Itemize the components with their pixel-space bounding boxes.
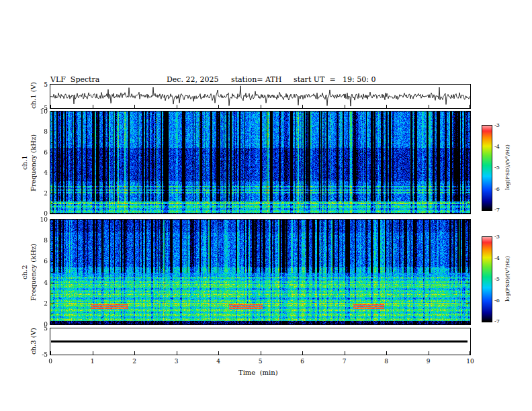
y-tick-label: 6 xyxy=(30,149,48,156)
tick-mark xyxy=(468,163,470,163)
tick-mark xyxy=(468,183,470,183)
tick-mark xyxy=(177,351,177,355)
x-tick-label: 0 xyxy=(40,358,60,365)
date-label: Dec. 22, 2025 xyxy=(167,75,218,84)
colorbar-tick-label: -4 xyxy=(494,144,500,150)
colorbar2-panel xyxy=(482,236,492,322)
x-tick-label: 8 xyxy=(376,358,396,365)
x-tick-label: 7 xyxy=(335,358,355,365)
colorbar2-canvas xyxy=(482,237,492,322)
x-tick-label: 3 xyxy=(167,358,187,365)
colorbar-tick-label: -7 xyxy=(494,318,500,324)
tick-mark xyxy=(51,261,54,262)
ch2-spectrogram-canvas xyxy=(50,220,470,324)
tick-mark xyxy=(51,214,54,214)
colorbar-tick-label: -3 xyxy=(494,234,500,240)
tick-mark xyxy=(51,314,53,314)
y-tick-label: 8 xyxy=(30,237,48,244)
colorbar-tick-label: -3 xyxy=(494,122,500,128)
tick-mark xyxy=(51,142,53,143)
station-label: station= ATH xyxy=(231,75,281,84)
tick-mark xyxy=(466,132,470,132)
y-tick-label: 10 xyxy=(30,108,48,115)
colorbar-tick-label: -6 xyxy=(494,298,500,304)
x-tick-label: 5 xyxy=(251,358,271,365)
ch3-flat-trace xyxy=(51,340,468,342)
vlf-spectra-figure: VLF Spectra Dec. 22, 2025 station= ATH s… xyxy=(0,0,532,411)
y-tick-label: 4 xyxy=(30,169,48,176)
y-tick-label: -5 xyxy=(30,351,48,358)
ch2-frequency-axis-label: Frequency (kHz) xyxy=(30,220,37,324)
tick-mark xyxy=(468,122,470,122)
tick-mark xyxy=(134,105,135,108)
tick-mark xyxy=(51,173,54,173)
tick-mark xyxy=(50,351,51,355)
tick-mark xyxy=(51,324,54,325)
colorbar1-panel xyxy=(482,125,492,211)
tick-mark xyxy=(93,105,93,108)
tick-mark xyxy=(468,272,470,273)
tick-mark xyxy=(51,111,54,112)
tick-mark xyxy=(429,351,429,355)
tick-mark xyxy=(386,105,387,108)
y-tick-label: 8 xyxy=(30,128,48,135)
tick-mark xyxy=(51,203,53,204)
ch2-spectrogram-panel xyxy=(50,219,471,325)
y-tick-label: 2 xyxy=(30,190,48,197)
y-tick-label: 5 xyxy=(30,325,48,332)
tick-mark xyxy=(466,220,470,220)
x-tick-label: 10 xyxy=(460,358,480,365)
colorbar-tick-label: -4 xyxy=(494,255,500,261)
colorbar2-label: log(PSD)/(V²/Hz) xyxy=(504,236,511,321)
tick-mark xyxy=(468,314,470,314)
tick-mark xyxy=(302,105,303,108)
tick-mark xyxy=(469,105,470,108)
tick-mark xyxy=(261,105,261,108)
tick-mark xyxy=(466,324,470,325)
tick-mark xyxy=(468,293,470,293)
tick-mark xyxy=(51,220,54,220)
tick-mark xyxy=(261,351,261,355)
tick-mark xyxy=(468,251,470,252)
tick-mark xyxy=(51,240,54,241)
ch2-channel-label: ch.2 xyxy=(21,220,28,324)
tick-mark xyxy=(468,230,470,231)
colorbar-tick-label: -6 xyxy=(494,186,500,192)
ch1-channel-label: ch.1 xyxy=(21,111,28,214)
tick-mark xyxy=(51,193,54,194)
x-tick-label: 4 xyxy=(208,358,228,365)
ch1-frequency-axis-label: Frequency (kHz) xyxy=(30,111,37,214)
colorbar-tick-label: -5 xyxy=(494,165,500,171)
tick-mark xyxy=(177,105,177,108)
x-tick-label: 2 xyxy=(124,358,144,365)
tick-mark xyxy=(466,240,470,241)
tick-mark xyxy=(51,122,53,122)
y-tick-label: 2 xyxy=(30,300,48,307)
colorbar1-canvas xyxy=(482,126,492,210)
tick-mark xyxy=(51,152,54,153)
x-tick-label: 6 xyxy=(292,358,312,365)
start-ut-label: start UT = 19: 50: 0 xyxy=(294,75,376,84)
tick-mark xyxy=(468,203,470,204)
y-tick-label: 10 xyxy=(30,216,48,223)
x-tick-label: 1 xyxy=(83,358,103,365)
tick-mark xyxy=(218,105,219,108)
tick-mark xyxy=(429,105,429,108)
plot-title: VLF Spectra xyxy=(50,75,99,84)
tick-mark xyxy=(468,142,470,143)
tick-mark xyxy=(218,351,219,355)
tick-mark xyxy=(345,351,345,355)
tick-mark xyxy=(469,351,470,355)
tick-mark xyxy=(466,111,470,112)
ch1-spectrogram-panel xyxy=(50,111,471,214)
tick-mark xyxy=(51,132,54,132)
tick-mark xyxy=(466,173,470,173)
tick-mark xyxy=(345,105,345,108)
tick-mark xyxy=(51,163,53,163)
tick-mark xyxy=(51,230,53,231)
x-tick-label: 9 xyxy=(418,358,439,365)
tick-mark xyxy=(51,251,53,252)
tick-mark xyxy=(386,351,387,355)
y-tick-label: 5 xyxy=(30,81,48,88)
tick-mark xyxy=(466,261,470,262)
